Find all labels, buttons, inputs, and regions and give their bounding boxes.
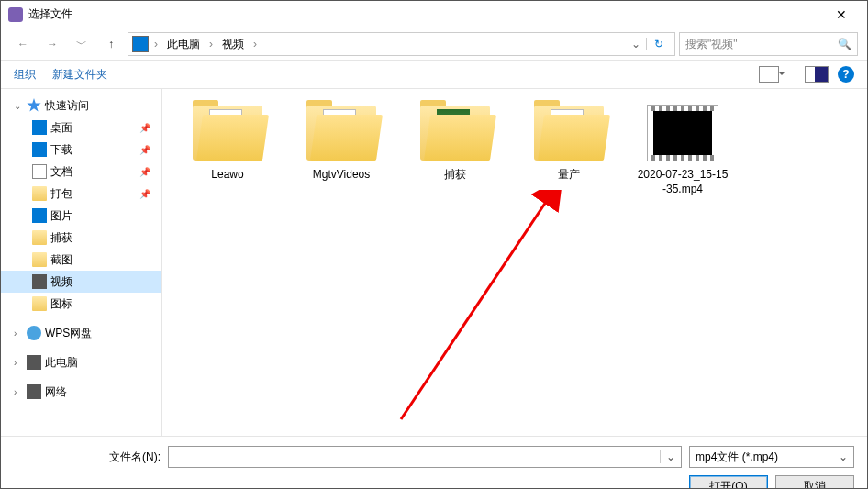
download-icon (32, 142, 47, 157)
sidebar-this-pc[interactable]: ›此电脑 (1, 351, 161, 373)
dropdown-icon[interactable]: ⌄ (839, 450, 848, 463)
file-type-filter[interactable]: mp4文件 (*.mp4)⌄ (689, 446, 854, 468)
video-file-item[interactable]: 2020-07-23_15-15-35.mp4 (636, 106, 729, 196)
pc-icon (132, 36, 149, 52)
folder-icon (534, 106, 604, 161)
organize-menu[interactable]: 组织 (14, 67, 36, 83)
dropdown-icon[interactable]: ⌄ (660, 450, 681, 463)
video-icon (32, 274, 47, 289)
pin-icon: 📌 (139, 145, 150, 155)
breadcrumb-root[interactable]: 此电脑 (163, 35, 204, 54)
breadcrumb-current[interactable]: 视频 (218, 35, 248, 54)
app-icon (8, 7, 23, 22)
folder-icon (32, 252, 47, 267)
picture-icon (32, 208, 47, 223)
item-label: MgtvVideos (295, 168, 388, 183)
search-input[interactable]: 搜索"视频" 🔍 (679, 32, 858, 56)
item-label: 量产 (522, 168, 616, 183)
folder-icon (306, 106, 376, 161)
preview-pane-button[interactable] (805, 66, 829, 83)
sidebar-video[interactable]: 视频 (1, 271, 161, 293)
back-button[interactable]: ← (10, 33, 36, 55)
desktop-icon (32, 120, 47, 135)
document-icon (32, 164, 47, 179)
sidebar: ⌄快速访问 桌面📌 下载📌 文档📌 打包📌 图片 捕获 截图 视频 图标 ›WP… (1, 89, 162, 436)
search-placeholder: 搜索"视频" (685, 37, 738, 52)
sidebar-icons[interactable]: 图标 (1, 293, 161, 315)
folder-item[interactable]: Leawo (181, 106, 274, 183)
filename-input[interactable]: ⌄ (168, 446, 682, 468)
view-mode-button[interactable] (759, 66, 779, 83)
cloud-icon (27, 326, 41, 340)
sidebar-wps[interactable]: ›WPS网盘 (1, 322, 161, 344)
bottom-panel: 文件名(N): ⌄ mp4文件 (*.mp4)⌄ 打开(O) 取消 (1, 436, 867, 489)
folder-item[interactable]: 捕获 (408, 106, 502, 183)
item-label: 2020-07-23_15-15-35.mp4 (636, 168, 729, 196)
svg-line-0 (401, 199, 548, 419)
pc-icon (27, 355, 41, 370)
folder-icon (193, 106, 262, 161)
main-area: ⌄快速访问 桌面📌 下载📌 文档📌 打包📌 图片 捕获 截图 视频 图标 ›WP… (1, 89, 867, 436)
cancel-button[interactable]: 取消 (775, 475, 854, 489)
sidebar-pictures[interactable]: 图片 (1, 205, 161, 227)
video-file-icon (648, 106, 718, 161)
address-dropdown-icon[interactable]: ⌄ (628, 38, 644, 50)
folder-icon (32, 296, 47, 311)
address-bar[interactable]: › 此电脑 › 视频 › ⌄ ↻ (128, 32, 675, 56)
sidebar-downloads[interactable]: 下载📌 (1, 139, 161, 161)
new-folder-button[interactable]: 新建文件夹 (52, 67, 107, 83)
sidebar-documents[interactable]: 文档📌 (1, 161, 161, 183)
annotation-arrow (383, 190, 566, 428)
sidebar-quick-access[interactable]: ⌄快速访问 (1, 94, 161, 117)
pin-icon: 📌 (139, 123, 150, 133)
window-title: 选择文件 (28, 6, 823, 22)
close-button[interactable]: ✕ (823, 7, 860, 22)
nav-bar: ← → ﹀ ↑ › 此电脑 › 视频 › ⌄ ↻ 搜索"视频" 🔍 (1, 28, 867, 60)
title-bar: 选择文件 ✕ (1, 1, 867, 28)
network-icon (27, 384, 41, 399)
sidebar-network[interactable]: ›网络 (1, 381, 161, 403)
recent-dropdown[interactable]: ﹀ (69, 33, 95, 55)
sidebar-desktop[interactable]: 桌面📌 (1, 117, 161, 139)
folder-item[interactable]: 量产 (522, 106, 616, 183)
forward-button: → (39, 33, 65, 55)
toolbar: 组织 新建文件夹 ? (1, 60, 867, 89)
breadcrumb-sep-icon: › (154, 38, 158, 50)
item-label: Leawo (181, 168, 274, 183)
star-icon (27, 98, 41, 113)
sidebar-capture[interactable]: 捕获 (1, 227, 161, 249)
up-button[interactable]: ↑ (98, 33, 124, 55)
search-icon[interactable]: 🔍 (838, 38, 851, 50)
folder-icon (420, 106, 490, 161)
sidebar-screenshot[interactable]: 截图 (1, 249, 161, 271)
filename-label: 文件名(N): (14, 450, 161, 465)
folder-item[interactable]: MgtvVideos (295, 106, 388, 183)
pin-icon: 📌 (139, 189, 150, 199)
sidebar-package[interactable]: 打包📌 (1, 183, 161, 205)
file-list[interactable]: Leawo MgtvVideos 捕获 量产 2020-07-23_15-15-… (162, 89, 867, 436)
pin-icon: 📌 (139, 167, 150, 177)
breadcrumb-sep-icon: › (253, 38, 257, 50)
folder-icon (32, 186, 47, 201)
open-button[interactable]: 打开(O) (689, 475, 768, 489)
folder-icon (32, 230, 47, 245)
item-label: 捕获 (408, 168, 502, 183)
breadcrumb-sep-icon: › (209, 38, 213, 50)
refresh-button[interactable]: ↻ (646, 38, 671, 50)
help-button[interactable]: ? (838, 66, 854, 83)
